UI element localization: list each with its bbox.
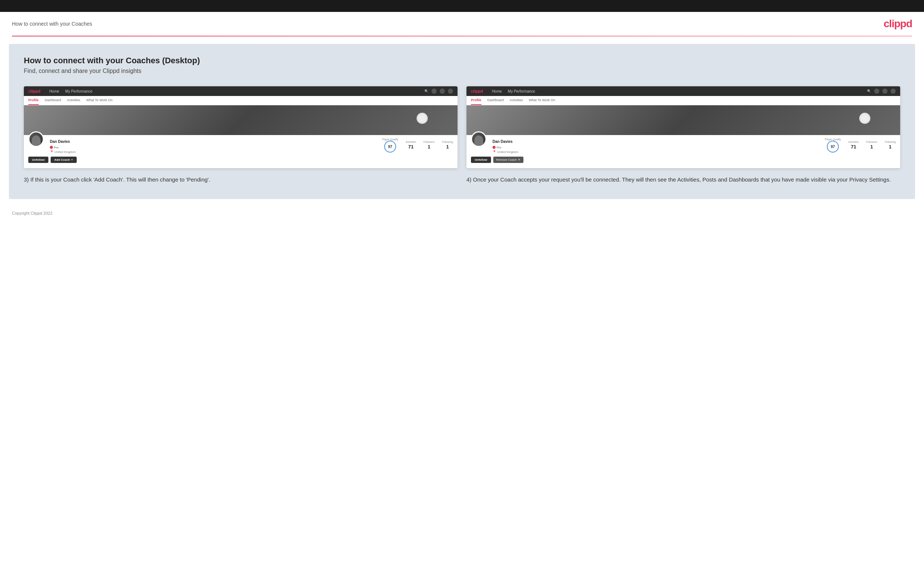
- mock-banner-right: [467, 105, 900, 135]
- screenshot-right: clippd Home My Performance 🔍 Profile Das…: [467, 86, 900, 168]
- mock-nav-home-right: Home: [492, 89, 502, 93]
- settings-icon-right: [882, 89, 887, 94]
- mock-profile-area-left: Dan Davies Pro 📍 United Kingdom P: [24, 135, 457, 168]
- close-icon-right: ✕: [518, 158, 520, 161]
- tab-profile-right[interactable]: Profile: [471, 96, 481, 105]
- followers-label-right: Followers: [866, 140, 877, 143]
- header-title: How to connect with your Coaches: [12, 21, 92, 27]
- mock-stats-left: Player Quality 97 Activities 71 Follower: [382, 138, 453, 153]
- quality-label-left: Player Quality: [382, 138, 398, 140]
- mock-profile-area-right: Dan Davies Pro 📍 United Kingdom P: [467, 135, 900, 168]
- unfollow-button-right[interactable]: Unfollow: [471, 156, 491, 163]
- mock-user-info-right: Dan Davies Pro 📍 United Kingdom: [493, 138, 819, 154]
- badge-dot-left: [50, 146, 53, 149]
- mock-profile-row-right: Dan Davies Pro 📍 United Kingdom P: [471, 138, 896, 154]
- mock-logo-left: clippd: [28, 89, 40, 93]
- mock-stat-quality-left: Player Quality 97: [382, 138, 398, 153]
- unfollow-button-left[interactable]: Unfollow: [28, 156, 48, 163]
- user-icon-right: [874, 89, 879, 94]
- mock-profile-row-left: Dan Davies Pro 📍 United Kingdom P: [28, 138, 453, 154]
- top-bar: [0, 0, 924, 12]
- badge-dot-right: [493, 146, 496, 149]
- mock-stat-quality-right: Player Quality 97: [825, 138, 841, 153]
- add-coach-button-left[interactable]: Add Coach +: [51, 156, 77, 163]
- tab-activities-right[interactable]: Activities: [510, 96, 523, 105]
- footer: Copyright Clippd 2022: [0, 206, 924, 221]
- following-label-right: Following: [885, 140, 896, 143]
- tab-what-to-work-on-right[interactable]: What To Work On: [529, 96, 556, 105]
- quality-circle-right: 97: [827, 140, 839, 153]
- badge-label-right: Pro: [497, 146, 501, 149]
- tab-dashboard-left[interactable]: Dashboard: [45, 96, 61, 105]
- copyright-text: Copyright Clippd 2022: [12, 211, 52, 215]
- quality-circle-left: 97: [384, 140, 396, 153]
- mock-avatar-right: [471, 131, 486, 147]
- following-value-right: 1: [889, 144, 892, 150]
- page-subheading: Find, connect and share your Clippd insi…: [24, 68, 900, 74]
- followers-value-right: 1: [871, 144, 873, 150]
- search-icon-left: 🔍: [425, 89, 428, 93]
- followers-value-left: 1: [428, 144, 430, 150]
- activities-value-right: 71: [851, 144, 856, 150]
- left-column: clippd Home My Performance 🔍 Profile Das…: [24, 86, 457, 184]
- mock-buttons-left: Unfollow Add Coach +: [28, 156, 453, 163]
- quality-label-right: Player Quality: [825, 138, 841, 140]
- clippd-logo: clippd: [884, 18, 912, 30]
- mock-user-badge-left: Pro: [50, 146, 58, 149]
- tab-activities-left[interactable]: Activities: [67, 96, 81, 105]
- badge-label-left: Pro: [54, 146, 58, 149]
- main-content: How to connect with your Coaches (Deskto…: [9, 44, 915, 199]
- search-icon-right: 🔍: [867, 89, 871, 93]
- mock-user-location-right: 📍 United Kingdom: [493, 150, 819, 154]
- mock-avatar-left: [28, 131, 44, 147]
- activities-label-left: Activities: [406, 140, 416, 143]
- mock-nav-icons-right: 🔍: [867, 89, 896, 94]
- header-divider: [12, 36, 912, 37]
- mock-buttons-right: Unfollow Remove Coach ✕: [471, 156, 896, 163]
- plus-icon-left: +: [71, 158, 73, 161]
- avatar-icon-right: [890, 89, 896, 94]
- mock-stats-right: Player Quality 97 Activities 71 Follower: [825, 138, 896, 153]
- mock-user-info-left: Dan Davies Pro 📍 United Kingdom: [50, 138, 376, 154]
- mock-nav-icons-left: 🔍: [425, 89, 453, 94]
- mock-stat-activities-left: Activities 71: [406, 140, 416, 150]
- step4-description: 4) Once your Coach accepts your request …: [467, 176, 900, 184]
- mock-nav-performance-left: My Performance: [65, 89, 92, 93]
- mock-user-badge-right: Pro: [493, 146, 501, 149]
- mock-stat-following-left: Following 1: [442, 140, 453, 150]
- tab-profile-left[interactable]: Profile: [28, 96, 39, 105]
- activities-value-left: 71: [408, 144, 413, 150]
- remove-coach-button-right[interactable]: Remove Coach ✕: [493, 156, 523, 163]
- mock-nav-right: clippd Home My Performance 🔍: [467, 86, 900, 96]
- user-icon-left: [431, 89, 437, 94]
- following-value-left: 1: [446, 144, 449, 150]
- following-label-left: Following: [442, 140, 453, 143]
- tab-what-to-work-on-left[interactable]: What To Work On: [86, 96, 113, 105]
- header: How to connect with your Coaches clippd: [0, 12, 924, 36]
- mock-stat-following-right: Following 1: [885, 140, 896, 150]
- mock-user-name-left: Dan Davies: [50, 140, 376, 143]
- mock-nav-left: clippd Home My Performance 🔍: [24, 86, 457, 96]
- step3-description: 3) If this is your Coach click 'Add Coac…: [24, 176, 457, 184]
- followers-label-left: Followers: [423, 140, 435, 143]
- mock-user-location-left: 📍 United Kingdom: [50, 150, 376, 154]
- mock-stat-activities-right: Activities 71: [848, 140, 859, 150]
- mock-stat-followers-left: Followers 1: [423, 140, 435, 150]
- avatar-icon-left: [448, 89, 453, 94]
- columns: clippd Home My Performance 🔍 Profile Das…: [24, 86, 900, 184]
- tab-dashboard-right[interactable]: Dashboard: [487, 96, 504, 105]
- right-column: clippd Home My Performance 🔍 Profile Das…: [467, 86, 900, 184]
- mock-tabs-left: Profile Dashboard Activities What To Wor…: [24, 96, 457, 105]
- screenshot-left: clippd Home My Performance 🔍 Profile Das…: [24, 86, 457, 168]
- mock-logo-right: clippd: [471, 89, 483, 93]
- mock-stat-followers-right: Followers 1: [866, 140, 877, 150]
- mock-nav-performance-right: My Performance: [508, 89, 535, 93]
- mock-tabs-right: Profile Dashboard Activities What To Wor…: [467, 96, 900, 105]
- mock-banner-left: [24, 105, 457, 135]
- activities-label-right: Activities: [848, 140, 859, 143]
- mock-user-name-right: Dan Davies: [493, 140, 819, 143]
- page-heading: How to connect with your Coaches (Deskto…: [24, 56, 900, 66]
- mock-nav-home-left: Home: [49, 89, 59, 93]
- settings-icon-left: [439, 89, 445, 94]
